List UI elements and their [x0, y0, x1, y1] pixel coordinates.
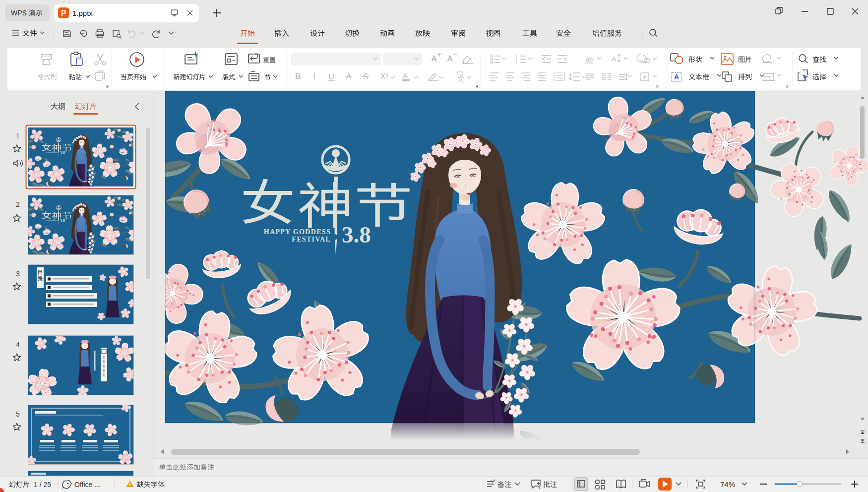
svg-text:A: A: [431, 54, 437, 63]
svg-text:I: I: [313, 72, 315, 81]
svg-text:Office ...: Office ...: [74, 481, 100, 489]
svg-text:3: 3: [16, 270, 20, 278]
svg-text:74%: 74%: [720, 480, 735, 489]
svg-text:4: 4: [16, 341, 20, 349]
svg-text:A: A: [403, 71, 408, 80]
svg-text:WPS: WPS: [11, 9, 27, 17]
svg-text:U: U: [328, 72, 334, 81]
svg-text:A: A: [674, 73, 679, 81]
svg-text:B: B: [295, 72, 301, 81]
svg-text:2: 2: [16, 200, 20, 208]
svg-text:5: 5: [16, 410, 20, 418]
svg-text:1 / 25: 1 / 25: [34, 481, 51, 489]
svg-text:A: A: [447, 54, 453, 63]
svg-text:!: !: [129, 482, 131, 487]
svg-text:A: A: [612, 55, 617, 63]
svg-text:X²: X²: [380, 72, 389, 81]
svg-text:1.pptx: 1.pptx: [72, 9, 93, 17]
svg-text:P: P: [61, 9, 66, 17]
svg-text:ab: ab: [586, 56, 593, 63]
svg-text:1: 1: [16, 132, 20, 140]
